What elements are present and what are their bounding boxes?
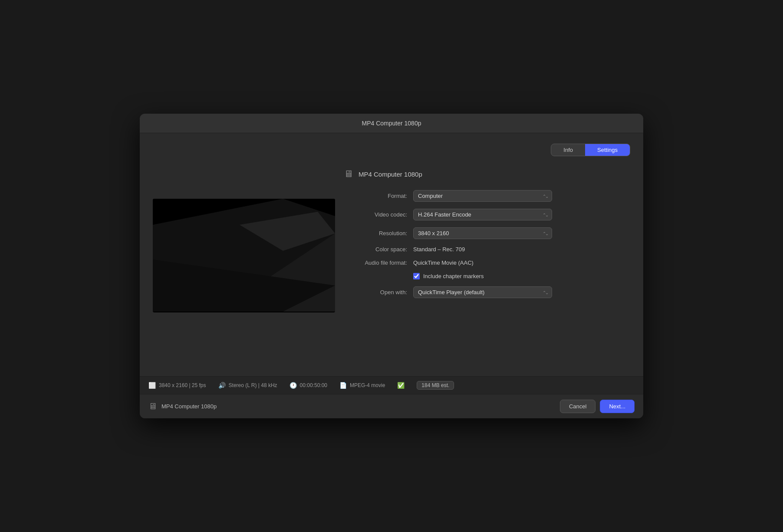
video-preview — [153, 199, 335, 313]
video-codec-select-wrapper: H.264 Faster Encode — [413, 209, 552, 220]
preset-device-icon: 🖥 — [344, 168, 353, 180]
tab-row: Info Settings — [344, 144, 630, 156]
video-codec-row: Video codec: H.264 Faster Encode — [344, 209, 630, 220]
preset-title: MP4 Computer 1080p — [359, 171, 422, 178]
status-check: ✅ — [397, 382, 405, 389]
color-space-value: Standard – Rec. 709 — [413, 246, 465, 253]
preset-header: 🖥 MP4 Computer 1080p — [344, 168, 630, 180]
format-label: Format: — [344, 193, 413, 199]
status-bar: ⬜ 3840 x 2160 | 25 fps 🔊 Stereo (L R) | … — [140, 376, 643, 394]
open-with-row: Open with: QuickTime Player (default) — [344, 286, 630, 298]
footer-preset-icon: 🖥 — [148, 401, 157, 411]
check-icon: ✅ — [397, 382, 405, 389]
tab-info[interactable]: Info — [551, 144, 585, 156]
settings-panel: Info Settings 🖥 MP4 Computer 1080p Forma… — [344, 144, 630, 368]
status-audio-text: Stereo (L R) | 48 kHz — [229, 382, 277, 388]
status-audio: 🔊 Stereo (L R) | 48 kHz — [218, 382, 277, 389]
open-with-select-wrapper: QuickTime Player (default) — [413, 286, 552, 298]
format-select-wrapper: Computer — [413, 190, 552, 202]
file-icon: 📄 — [339, 382, 347, 389]
title-bar: MP4 Computer 1080p — [140, 114, 643, 133]
footer-preset: 🖥 MP4 Computer 1080p — [148, 401, 217, 411]
status-duration-text: 00:00:50:00 — [300, 382, 327, 388]
status-format-text: MPEG-4 movie — [350, 382, 385, 388]
video-frame — [153, 199, 335, 313]
dialog-title: MP4 Computer 1080p — [362, 120, 421, 127]
resolution-row: Resolution: 3840 x 2160 — [344, 227, 630, 239]
clock-icon: 🕐 — [290, 382, 297, 389]
size-badge: 184 MB est. — [417, 381, 454, 390]
preview-panel — [153, 144, 335, 368]
audio-format-label: Audio file format: — [344, 259, 413, 266]
video-codec-label: Video codec: — [344, 211, 413, 218]
cancel-button[interactable]: Cancel — [560, 400, 595, 413]
footer-buttons: Cancel Next... — [560, 400, 635, 413]
video-codec-select[interactable]: H.264 Faster Encode — [413, 209, 552, 220]
open-with-label: Open with: — [344, 289, 413, 296]
audio-format-value: QuickTime Movie (AAC) — [413, 259, 474, 266]
resolution-select-wrapper: 3840 x 2160 — [413, 227, 552, 239]
status-format: 📄 MPEG-4 movie — [339, 382, 385, 389]
audio-format-row: Audio file format: QuickTime Movie (AAC) — [344, 259, 630, 266]
color-space-label: Color space: — [344, 246, 413, 253]
status-resolution-text: 3840 x 2160 | 25 fps — [159, 382, 206, 388]
color-space-row: Color space: Standard – Rec. 709 — [344, 246, 630, 253]
content-area: Info Settings 🖥 MP4 Computer 1080p Forma… — [140, 133, 643, 376]
tab-group: Info Settings — [551, 144, 630, 156]
dialog-window: MP4 Computer 1080p — [140, 114, 643, 418]
resolution-icon: ⬜ — [148, 382, 156, 389]
video-content-svg — [153, 199, 335, 312]
audio-icon: 🔊 — [218, 382, 226, 389]
resolution-select[interactable]: 3840 x 2160 — [413, 227, 552, 239]
status-resolution: ⬜ 3840 x 2160 | 25 fps — [148, 382, 206, 389]
format-select[interactable]: Computer — [413, 190, 552, 202]
next-button[interactable]: Next... — [600, 400, 635, 413]
footer-preset-name: MP4 Computer 1080p — [161, 403, 217, 410]
format-row: Format: Computer — [344, 190, 630, 202]
open-with-select[interactable]: QuickTime Player (default) — [413, 286, 552, 298]
footer-bar: 🖥 MP4 Computer 1080p Cancel Next... — [140, 394, 643, 418]
resolution-label: Resolution: — [344, 230, 413, 236]
chapter-markers-checkbox[interactable] — [413, 273, 420, 279]
chapter-markers-row: Include chapter markers — [413, 273, 630, 279]
chapter-markers-label: Include chapter markers — [423, 273, 484, 279]
tab-settings[interactable]: Settings — [585, 144, 630, 156]
status-duration: 🕐 00:00:50:00 — [290, 382, 327, 389]
